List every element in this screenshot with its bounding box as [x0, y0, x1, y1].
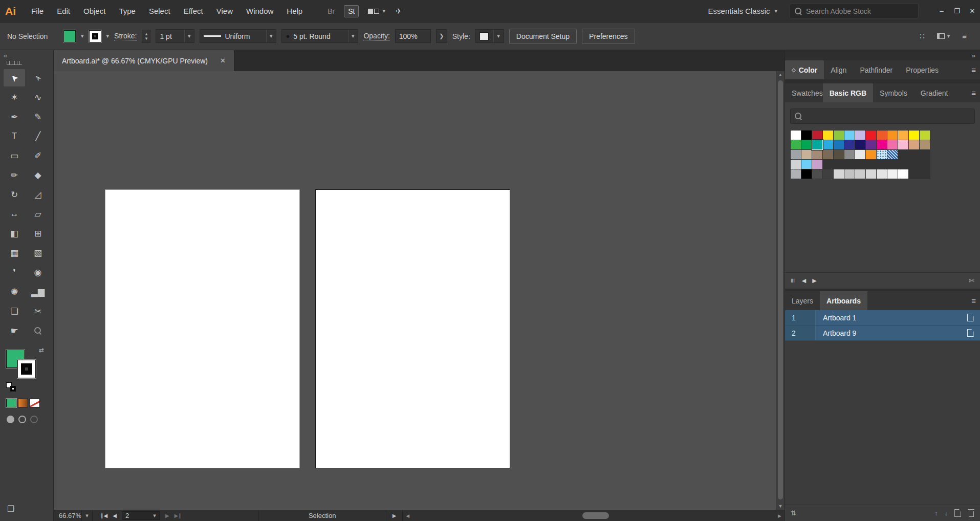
- app-logo[interactable]: Ai: [5, 5, 25, 17]
- swatch[interactable]: [823, 150, 833, 159]
- tab-pathfinder[interactable]: Pathfinder: [853, 60, 899, 79]
- swatch[interactable]: [801, 150, 812, 159]
- color-mode-button[interactable]: [6, 399, 16, 407]
- swatch[interactable]: [877, 140, 887, 149]
- scroll-right-icon[interactable]: ▶: [778, 513, 781, 518]
- swatch[interactable]: [844, 140, 855, 149]
- swatch[interactable]: [877, 131, 887, 140]
- swatch[interactable]: [834, 150, 844, 159]
- swatch[interactable]: [887, 150, 898, 159]
- canvas[interactable]: ▲ ▼: [54, 71, 785, 510]
- swatch[interactable]: [791, 150, 801, 159]
- free-transform-tool[interactable]: ▱: [27, 205, 49, 223]
- vertical-scrollbar[interactable]: ▲ ▼: [776, 71, 785, 510]
- swatch[interactable]: [801, 169, 812, 179]
- swatch[interactable]: [887, 140, 898, 149]
- control-panel-menu-icon[interactable]: ≡: [962, 32, 967, 40]
- width-profile-field[interactable]: Uniform ▾: [200, 29, 276, 43]
- swatch[interactable]: [855, 131, 865, 140]
- next-artboard-icon[interactable]: ▶: [165, 513, 169, 518]
- rearrange-artboards-icon[interactable]: ⇅: [791, 509, 796, 517]
- swatch[interactable]: [855, 169, 865, 179]
- swatch[interactable]: [855, 140, 865, 149]
- tab-gradient[interactable]: Gradient: [914, 83, 955, 102]
- menu-type[interactable]: Type: [112, 7, 142, 15]
- scroll-left-icon[interactable]: ◀: [406, 513, 409, 518]
- artboard-1[interactable]: [105, 189, 300, 468]
- zoom-caret-icon[interactable]: ▾: [81, 510, 93, 521]
- swatch[interactable]: [898, 131, 908, 140]
- stepper-down-icon[interactable]: ▾: [145, 36, 148, 41]
- minimize-button[interactable]: –: [934, 7, 949, 15]
- swatch[interactable]: [909, 140, 919, 149]
- document-tab[interactable]: Artboard.ai* @ 66.67% (CMYK/GPU Preview)…: [54, 50, 234, 71]
- previous-artboard-icon[interactable]: ◀: [113, 513, 116, 518]
- eyedropper-tool[interactable]: ❜: [4, 264, 25, 281]
- swatch[interactable]: [844, 150, 855, 159]
- panel-menu-icon[interactable]: ≡: [971, 66, 976, 74]
- draw-inside-icon[interactable]: [30, 416, 38, 423]
- swatch[interactable]: [801, 160, 812, 169]
- swatch[interactable]: [866, 150, 876, 159]
- gradient-mode-button[interactable]: [18, 399, 28, 407]
- stock-button[interactable]: St: [344, 5, 359, 17]
- scroll-up-icon[interactable]: ▲: [776, 72, 785, 77]
- swatch[interactable]: [866, 169, 876, 179]
- horizontal-scroll-thumb[interactable]: [582, 512, 609, 519]
- opacity-flyout-icon[interactable]: ❯: [436, 29, 447, 43]
- swatch-libraries-icon[interactable]: ≡: [789, 278, 797, 283]
- stroke-caret-icon[interactable]: ▾: [106, 33, 110, 39]
- swatch[interactable]: [791, 160, 801, 169]
- swatch[interactable]: [834, 140, 844, 149]
- menu-select[interactable]: Select: [142, 7, 177, 15]
- swatch[interactable]: [812, 150, 822, 159]
- chevron-down-icon[interactable]: ▾: [382, 8, 385, 14]
- tab-align[interactable]: Align: [824, 60, 853, 79]
- status-menu-icon[interactable]: ▶: [393, 513, 397, 518]
- swatch[interactable]: [791, 131, 801, 140]
- mesh-tool[interactable]: ▦: [4, 244, 25, 262]
- rotate-tool[interactable]: ↻: [4, 186, 25, 203]
- swatch-kinds-icon[interactable]: ✄: [969, 277, 974, 285]
- workspace-switcher[interactable]: Essentials Classic ▾: [708, 7, 777, 15]
- vertical-scroll-thumb[interactable]: [778, 80, 783, 500]
- chevron-down-icon[interactable]: ▾: [493, 30, 500, 42]
- selection-tool[interactable]: ➤: [4, 69, 25, 86]
- scale-tool[interactable]: ◿: [27, 186, 49, 203]
- perspective-grid-tool[interactable]: ⊞: [27, 225, 49, 242]
- swatch[interactable]: [823, 140, 833, 149]
- shape-builder-tool[interactable]: ◧: [4, 225, 25, 242]
- delete-artboard-icon[interactable]: [968, 509, 974, 517]
- swatch[interactable]: [920, 140, 930, 149]
- swatch[interactable]: [791, 140, 801, 149]
- move-artboard-down-icon[interactable]: ↓: [945, 509, 948, 517]
- swatch[interactable]: [801, 140, 812, 149]
- swatch[interactable]: [844, 131, 855, 140]
- brush-definition-field[interactable]: ● 5 pt. Round ▾: [281, 29, 358, 43]
- swatch-search-field[interactable]: [790, 108, 975, 124]
- menu-file[interactable]: File: [25, 7, 50, 15]
- blend-tool[interactable]: ◉: [27, 264, 49, 281]
- swatch[interactable]: [887, 169, 898, 179]
- default-stroke-icon[interactable]: [10, 386, 16, 392]
- chevron-down-icon[interactable]: ▾: [153, 512, 156, 519]
- scroll-down-icon[interactable]: ▼: [776, 504, 785, 509]
- fill-caret-icon[interactable]: ▾: [81, 33, 84, 39]
- arrange-documents-icon[interactable]: ▾: [937, 33, 950, 39]
- artboard-number-field[interactable]: 2 ▾: [122, 511, 160, 520]
- collapse-panel-icon[interactable]: «: [4, 52, 7, 59]
- stroke-weight-field[interactable]: 1 pt ▾: [156, 29, 194, 43]
- stroke-panel-link[interactable]: Stroke:: [114, 32, 137, 41]
- close-tab-icon[interactable]: ✕: [220, 57, 226, 64]
- tab-color[interactable]: ◇ Color: [785, 60, 824, 79]
- menu-effect[interactable]: Effect: [177, 7, 210, 15]
- bridge-button[interactable]: Br: [324, 5, 338, 17]
- swatch[interactable]: [844, 169, 855, 179]
- tab-artboards[interactable]: Artboards: [820, 291, 867, 310]
- opacity-panel-link[interactable]: Opacity:: [363, 32, 389, 41]
- gradient-tool[interactable]: ▧: [27, 244, 49, 262]
- artboard-row-icon-cell[interactable]: [961, 325, 980, 340]
- swatch[interactable]: [866, 131, 876, 140]
- tab-symbols[interactable]: Symbols: [873, 83, 914, 102]
- swatch[interactable]: [834, 169, 844, 179]
